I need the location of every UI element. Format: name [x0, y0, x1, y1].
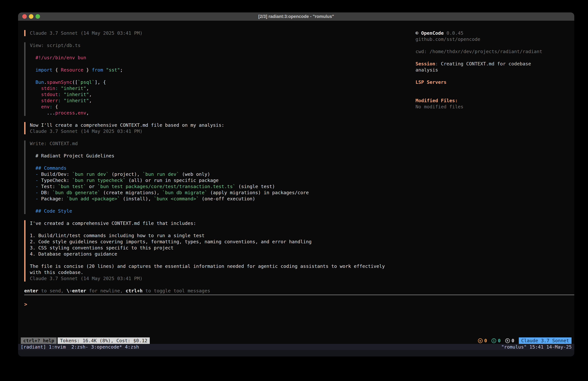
line: 3. CSS styling conventions specific to t…	[30, 245, 416, 251]
line: cwd: /home/thdxr/dev/projects/radiant/ra…	[416, 48, 545, 55]
line: - Package: `bun add <package>` (install)…	[30, 196, 416, 202]
hint-icon: h	[505, 338, 510, 343]
line: Session: Creating CONTEXT.md for codebas…	[416, 61, 545, 67]
line: # Radiant Project Guidelines	[30, 153, 416, 159]
info-count: 0	[498, 338, 501, 343]
sidebar: © OpenCode 0.0.45github.com/sst/opencode…	[416, 21, 574, 294]
line	[30, 257, 416, 263]
line: Modified Files:	[416, 97, 545, 104]
line	[416, 73, 545, 79]
line: - DB: `bun db generate` (create migratio…	[30, 190, 416, 196]
line: Claude 3.7 Sonnet (14 May 2025 03:41 PM)	[30, 30, 416, 36]
zoom-button[interactable]	[36, 14, 40, 19]
line	[30, 147, 416, 153]
line	[416, 42, 545, 48]
message-block-3: I've created a comprehensive CONTEXT.md …	[24, 220, 416, 282]
line: © OpenCode 0.0.45	[416, 30, 545, 36]
opencode-pane: Claude 3.7 Sonnet (14 May 2025 03:41 PM)…	[18, 21, 574, 350]
chat-area: Claude 3.7 Sonnet (14 May 2025 03:41 PM)…	[18, 21, 416, 294]
line: I've created a comprehensive CONTEXT.md …	[30, 220, 416, 226]
status-bar: ctrl+? help Tokens: 16.4K (8%), Cost: $0…	[18, 337, 574, 344]
line: import { Resource } from "sst";	[30, 67, 416, 73]
hints-badge: h 0	[505, 338, 514, 343]
traffic-lights	[22, 14, 40, 19]
line: ## Code Style	[30, 208, 416, 214]
line: View: script/db.ts	[30, 42, 416, 48]
line: stdout: "inherit",	[30, 91, 416, 97]
line: - Test: `bun test` or `bun test packages…	[30, 183, 416, 190]
diagnostics-badges: w 0 i 0 h 0	[478, 338, 514, 343]
tool-block-write: Write: CONTEXT.md # Radiant Project Guid…	[24, 140, 416, 214]
line: Now I'll create a comprehensive CONTEXT.…	[30, 122, 416, 128]
tmux-window-list[interactable]: [radiant] 1:nvim 2:zsh- 3:opencode* 4:zs…	[21, 344, 139, 350]
window-title: [2/3] radiant:3:opencode - "romulus"	[18, 12, 574, 21]
line	[416, 91, 545, 97]
tool-block-view: View: script/db.ts #!/usr/bin/env bun im…	[24, 42, 416, 116]
line	[30, 226, 416, 232]
line: LSP Servers	[416, 79, 545, 85]
line: enter to send, \+enter for newline, ctrl…	[24, 288, 416, 294]
info-icon: i	[491, 338, 496, 343]
message-block-1: Claude 3.7 Sonnet (14 May 2025 03:41 PM)	[24, 30, 416, 36]
line	[30, 48, 416, 55]
warning-icon: w	[478, 338, 483, 343]
line: #!/usr/bin/env bun	[30, 55, 416, 61]
line	[30, 61, 416, 67]
line: with this codebase.	[30, 269, 416, 275]
minimize-button[interactable]	[29, 14, 33, 19]
keybind-hint-bar: enter to send, \+enter for newline, ctrl…	[24, 288, 416, 294]
line: stderr: "inherit",	[30, 97, 416, 104]
main-row: Claude 3.7 Sonnet (14 May 2025 03:41 PM)…	[18, 21, 574, 294]
tmux-session-clock: "romulus" 15:41 14-May-25	[501, 344, 572, 350]
line: analysis	[416, 67, 545, 73]
titlebar: [2/3] radiant:3:opencode - "romulus"	[18, 12, 574, 21]
terminal-window: [2/3] radiant:3:opencode - "romulus" Cla…	[18, 12, 574, 357]
line: github.com/sst/opencode	[416, 36, 545, 42]
line	[416, 85, 545, 91]
input-separator	[24, 294, 574, 295]
line	[416, 55, 545, 61]
line: Write: CONTEXT.md	[30, 140, 416, 147]
line	[30, 159, 416, 165]
hints-count: 0	[511, 338, 514, 343]
tmux-status-bar: [radiant] 1:nvim 2:zsh- 3:opencode* 4:zs…	[18, 344, 574, 350]
warnings-count: 0	[484, 338, 487, 343]
line: ## Commands	[30, 165, 416, 171]
close-button[interactable]	[22, 14, 27, 19]
line: stdin: "inherit",	[30, 85, 416, 91]
line: Bun.spawnSync([`psql`], {	[30, 79, 416, 85]
line: 1. Build/lint/test commands including ho…	[30, 232, 416, 239]
line: 2. Code style guidelines covering import…	[30, 239, 416, 245]
prompt-caret: >	[24, 301, 27, 307]
line	[30, 202, 416, 208]
line: Claude 3.7 Sonnet (14 May 2025 03:41 PM)	[30, 275, 416, 282]
info-badge: i 0	[491, 338, 501, 343]
line: - TypeCheck: `bun run typecheck` (all) o…	[30, 177, 416, 183]
message-input[interactable]: >	[24, 301, 574, 307]
help-chip[interactable]: ctrl+? help	[21, 337, 57, 344]
tokens-cost-chip: Tokens: 16.4K (8%), Cost: $0.12	[58, 337, 150, 344]
line: Claude 3.7 Sonnet (14 May 2025 03:41 PM)	[30, 128, 416, 134]
window-bottom-padding	[18, 350, 574, 357]
line: - Build/Dev: `bun run dev` (project), `b…	[30, 171, 416, 177]
line: ...process.env,	[30, 110, 416, 116]
message-block-2: Now I'll create a comprehensive CONTEXT.…	[24, 122, 416, 134]
model-chip[interactable]: Claude 3.7 Sonnet	[519, 337, 571, 344]
line: 4. Database operations guidance	[30, 251, 416, 257]
line	[30, 73, 416, 79]
line: No modified files	[416, 104, 545, 110]
warnings-badge: w 0	[478, 338, 487, 343]
line: env: {	[30, 104, 416, 110]
line: The file is concise (20 lines) and captu…	[30, 263, 416, 269]
